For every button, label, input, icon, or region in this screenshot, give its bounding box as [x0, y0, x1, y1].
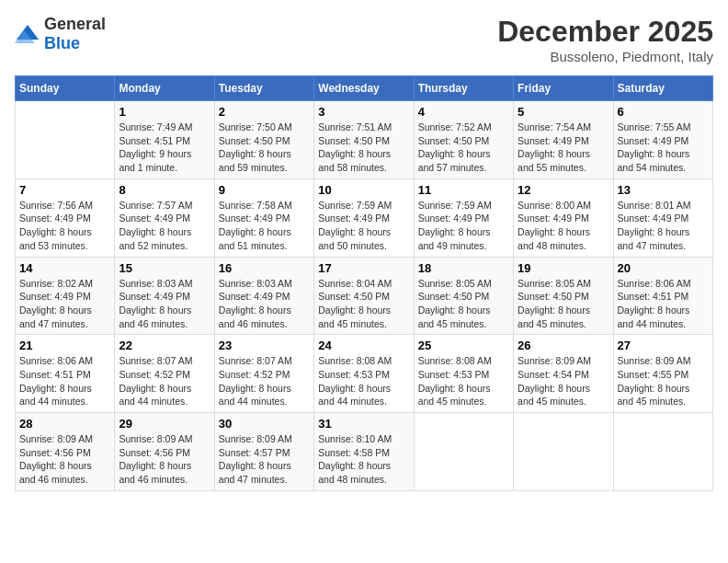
calendar-cell: 3Sunrise: 7:51 AMSunset: 4:50 PMDaylight…	[314, 101, 414, 179]
cell-info: Sunrise: 7:51 AMSunset: 4:50 PMDaylight:…	[318, 121, 409, 175]
cell-info: Sunrise: 7:59 AMSunset: 4:49 PMDaylight:…	[418, 199, 509, 253]
day-number: 2	[219, 105, 310, 119]
calendar-table: SundayMondayTuesdayWednesdayThursdayFrid…	[15, 75, 713, 491]
calendar-cell: 14Sunrise: 8:02 AMSunset: 4:49 PMDayligh…	[16, 257, 115, 335]
day-number: 13	[618, 183, 709, 197]
calendar-cell: 20Sunrise: 8:06 AMSunset: 4:51 PMDayligh…	[613, 257, 712, 335]
calendar-cell: 17Sunrise: 8:04 AMSunset: 4:50 PMDayligh…	[314, 257, 414, 335]
cell-info: Sunrise: 8:03 AMSunset: 4:49 PMDaylight:…	[219, 277, 310, 331]
calendar-cell: 21Sunrise: 8:06 AMSunset: 4:51 PMDayligh…	[16, 335, 115, 413]
cell-info: Sunrise: 8:00 AMSunset: 4:49 PMDaylight:…	[518, 199, 609, 253]
cell-info: Sunrise: 8:08 AMSunset: 4:53 PMDaylight:…	[418, 354, 509, 408]
day-number: 11	[418, 183, 509, 197]
week-row-4: 21Sunrise: 8:06 AMSunset: 4:51 PMDayligh…	[16, 335, 713, 413]
logo-icon	[15, 23, 40, 45]
cell-info: Sunrise: 8:03 AMSunset: 4:49 PMDaylight:…	[119, 277, 210, 331]
calendar-cell	[613, 413, 712, 491]
cell-info: Sunrise: 7:57 AMSunset: 4:49 PMDaylight:…	[119, 199, 210, 253]
cell-info: Sunrise: 8:06 AMSunset: 4:51 PMDaylight:…	[19, 354, 110, 408]
cell-info: Sunrise: 7:50 AMSunset: 4:50 PMDaylight:…	[219, 121, 310, 175]
day-number: 3	[318, 105, 409, 119]
day-number: 1	[119, 105, 210, 119]
calendar-cell	[414, 413, 513, 491]
day-number: 25	[418, 339, 509, 352]
logo-blue: Blue	[44, 34, 80, 52]
cell-info: Sunrise: 8:05 AMSunset: 4:50 PMDaylight:…	[518, 277, 609, 331]
day-number: 20	[618, 261, 709, 275]
cell-info: Sunrise: 7:56 AMSunset: 4:49 PMDaylight:…	[19, 199, 110, 253]
cell-info: Sunrise: 8:10 AMSunset: 4:58 PMDaylight:…	[318, 432, 409, 487]
cell-info: Sunrise: 7:59 AMSunset: 4:49 PMDaylight:…	[318, 199, 409, 253]
cell-info: Sunrise: 8:09 AMSunset: 4:56 PMDaylight:…	[19, 432, 110, 487]
day-number: 31	[318, 417, 409, 431]
month-title: December 2025	[497, 15, 713, 49]
day-number: 15	[119, 261, 210, 275]
calendar-cell: 22Sunrise: 8:07 AMSunset: 4:52 PMDayligh…	[115, 335, 214, 413]
day-number: 17	[318, 261, 409, 275]
day-number: 8	[119, 183, 210, 197]
calendar-cell: 19Sunrise: 8:05 AMSunset: 4:50 PMDayligh…	[514, 257, 613, 335]
day-number: 27	[618, 339, 709, 352]
calendar-cell: 24Sunrise: 8:08 AMSunset: 4:53 PMDayligh…	[314, 335, 414, 413]
day-number: 16	[219, 261, 310, 275]
calendar-cell: 5Sunrise: 7:54 AMSunset: 4:49 PMDaylight…	[514, 101, 613, 179]
header: General Blue December 2025 Bussoleno, Pi…	[15, 15, 713, 64]
calendar-cell: 7Sunrise: 7:56 AMSunset: 4:49 PMDaylight…	[16, 178, 115, 257]
day-header-tuesday: Tuesday	[214, 76, 313, 101]
cell-info: Sunrise: 7:52 AMSunset: 4:50 PMDaylight:…	[418, 121, 509, 175]
day-header-wednesday: Wednesday	[314, 76, 414, 101]
day-number: 23	[219, 339, 310, 352]
cell-info: Sunrise: 8:09 AMSunset: 4:54 PMDaylight:…	[518, 354, 609, 408]
cell-info: Sunrise: 8:02 AMSunset: 4:49 PMDaylight:…	[19, 277, 110, 331]
calendar-cell: 8Sunrise: 7:57 AMSunset: 4:49 PMDaylight…	[115, 178, 214, 257]
calendar-cell: 15Sunrise: 8:03 AMSunset: 4:49 PMDayligh…	[115, 257, 214, 335]
day-header-monday: Monday	[115, 76, 214, 101]
day-number: 12	[518, 183, 609, 197]
day-header-friday: Friday	[514, 76, 613, 101]
cell-info: Sunrise: 7:58 AMSunset: 4:49 PMDaylight:…	[219, 199, 310, 253]
day-number: 9	[219, 183, 310, 197]
day-header-saturday: Saturday	[613, 76, 712, 101]
calendar-cell: 18Sunrise: 8:05 AMSunset: 4:50 PMDayligh…	[414, 257, 513, 335]
calendar-cell: 16Sunrise: 8:03 AMSunset: 4:49 PMDayligh…	[214, 257, 313, 335]
calendar-cell: 29Sunrise: 8:09 AMSunset: 4:56 PMDayligh…	[115, 413, 214, 491]
title-area: December 2025 Bussoleno, Piedmont, Italy	[497, 15, 713, 64]
calendar-cell: 27Sunrise: 8:09 AMSunset: 4:55 PMDayligh…	[613, 335, 712, 413]
cell-info: Sunrise: 8:09 AMSunset: 4:57 PMDaylight:…	[219, 432, 310, 487]
calendar-cell	[514, 413, 613, 491]
cell-info: Sunrise: 7:55 AMSunset: 4:49 PMDaylight:…	[618, 121, 709, 175]
day-number: 26	[518, 339, 609, 352]
calendar-cell	[16, 101, 115, 179]
calendar-cell: 23Sunrise: 8:07 AMSunset: 4:52 PMDayligh…	[214, 335, 313, 413]
cell-info: Sunrise: 8:08 AMSunset: 4:53 PMDaylight:…	[318, 354, 409, 408]
calendar-cell: 10Sunrise: 7:59 AMSunset: 4:49 PMDayligh…	[314, 178, 414, 257]
day-number: 10	[318, 183, 409, 197]
calendar-cell: 2Sunrise: 7:50 AMSunset: 4:50 PMDaylight…	[214, 101, 313, 179]
cell-info: Sunrise: 8:06 AMSunset: 4:51 PMDaylight:…	[618, 277, 709, 331]
cell-info: Sunrise: 8:04 AMSunset: 4:50 PMDaylight:…	[318, 277, 409, 331]
calendar-cell: 28Sunrise: 8:09 AMSunset: 4:56 PMDayligh…	[16, 413, 115, 491]
calendar-cell: 31Sunrise: 8:10 AMSunset: 4:58 PMDayligh…	[314, 413, 414, 491]
cell-info: Sunrise: 8:07 AMSunset: 4:52 PMDaylight:…	[119, 354, 210, 408]
day-number: 29	[119, 417, 210, 431]
logo: General Blue	[15, 15, 106, 53]
calendar-cell: 9Sunrise: 7:58 AMSunset: 4:49 PMDaylight…	[214, 178, 313, 257]
day-number: 4	[418, 105, 509, 119]
cell-info: Sunrise: 8:09 AMSunset: 4:55 PMDaylight:…	[618, 354, 709, 408]
cell-info: Sunrise: 8:01 AMSunset: 4:49 PMDaylight:…	[618, 199, 709, 253]
day-number: 22	[119, 339, 210, 352]
calendar-cell: 11Sunrise: 7:59 AMSunset: 4:49 PMDayligh…	[414, 178, 513, 257]
day-number: 5	[518, 105, 609, 119]
day-header-sunday: Sunday	[16, 76, 115, 101]
logo-general: General	[44, 15, 106, 33]
calendar-cell: 12Sunrise: 8:00 AMSunset: 4:49 PMDayligh…	[514, 178, 613, 257]
day-number: 28	[19, 417, 110, 431]
calendar-cell: 6Sunrise: 7:55 AMSunset: 4:49 PMDaylight…	[613, 101, 712, 179]
day-number: 30	[219, 417, 310, 431]
cell-info: Sunrise: 7:49 AMSunset: 4:51 PMDaylight:…	[119, 121, 210, 175]
days-header-row: SundayMondayTuesdayWednesdayThursdayFrid…	[16, 76, 713, 101]
calendar-cell: 30Sunrise: 8:09 AMSunset: 4:57 PMDayligh…	[214, 413, 313, 491]
calendar-cell: 4Sunrise: 7:52 AMSunset: 4:50 PMDaylight…	[414, 101, 513, 179]
day-number: 6	[618, 105, 709, 119]
week-row-5: 28Sunrise: 8:09 AMSunset: 4:56 PMDayligh…	[16, 413, 713, 491]
